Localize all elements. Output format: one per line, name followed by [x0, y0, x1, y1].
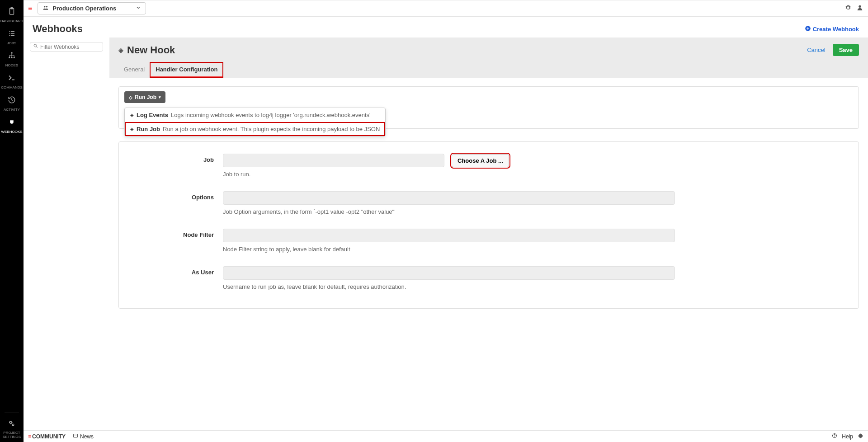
sidebar-label: WEBHOOKS [1, 130, 22, 134]
project-name: Production Operations [52, 5, 116, 12]
bullet-icon: ◈ [130, 127, 134, 132]
dropdown-item-label: Run Job [137, 126, 160, 132]
sidebar-label: DASHBOARD [0, 19, 24, 23]
topbar: ≡ Production Operations [24, 0, 868, 17]
detail-title-text: New Hook [127, 44, 175, 56]
dropdown-item-label: Log Events [137, 112, 168, 118]
user-icon[interactable] [856, 4, 863, 13]
choose-job-button[interactable]: Choose A Job ... [452, 154, 509, 167]
plus-circle-icon [805, 25, 811, 33]
sidebar-item-nodes[interactable]: NODES [0, 48, 24, 70]
field-help: Node Filter string to apply, leave blank… [223, 246, 675, 253]
svg-line-20 [37, 47, 38, 48]
footer-community-label: COMMUNITY [32, 433, 66, 440]
field-label: Options [132, 191, 214, 215]
field-help: Job to run. [223, 171, 675, 178]
bullet-icon: ◈ [130, 113, 134, 118]
handler-type-label: Run Job [135, 94, 156, 100]
sidebar-item-dashboard[interactable]: DASHBOARD [0, 4, 24, 26]
job-input[interactable] [223, 154, 444, 167]
as-user-input[interactable] [223, 266, 675, 280]
history-icon [8, 96, 16, 106]
dropdown-item-run-job[interactable]: ◈ Run Job Run a job on webhook event. Th… [125, 122, 385, 136]
settings-gear-icon[interactable] [844, 4, 852, 13]
sidebar-item-webhooks[interactable]: WEBHOOKS [0, 114, 24, 136]
caret-down-icon: ▾ [159, 95, 161, 99]
bullet-icon: ◈ [118, 47, 123, 54]
filter-webhooks-wrap[interactable] [30, 42, 103, 52]
dropdown-item-log-events[interactable]: ◈ Log Events Logs incoming webhook event… [125, 108, 385, 122]
field-help: Job Option arguments, in the form `-opt1… [223, 208, 675, 215]
create-webhook-label: Create Webhook [813, 26, 859, 33]
fields-card: Job Choose A Job ... Job to run. Options [118, 141, 859, 309]
svg-point-14 [12, 424, 14, 426]
newspaper-icon [73, 433, 78, 440]
handler-dropdown: ◈ Log Events Logs incoming webhook event… [124, 108, 386, 136]
svg-point-16 [46, 6, 48, 7]
field-help: Username to run job as, leave blank for … [223, 283, 675, 290]
sidebar-item-activity[interactable]: ACTIVITY [0, 92, 24, 114]
chevron-down-icon [136, 5, 141, 12]
cancel-link[interactable]: Cancel [807, 47, 825, 53]
create-webhook-link[interactable]: Create Webhook [805, 25, 859, 33]
search-icon [33, 43, 38, 50]
svg-rect-8 [11, 52, 13, 54]
field-label: As User [132, 266, 214, 290]
sidebar-label: NODES [5, 63, 18, 67]
terminal-icon [8, 74, 16, 84]
group-icon [42, 5, 49, 12]
plug-icon [8, 118, 16, 128]
webhook-list-pane [24, 38, 109, 430]
sidebar-label: COMMANDS [1, 85, 23, 89]
svg-rect-10 [11, 57, 13, 58]
sidebar-item-jobs[interactable]: JOBS [0, 26, 24, 48]
detail-title: ◈ New Hook [118, 44, 175, 56]
tab-handler-configuration[interactable]: Handler Configuration [150, 62, 223, 78]
sidebar-item-project-settings[interactable]: PROJECT SETTINGS [0, 416, 24, 442]
left-sidebar: DASHBOARD JOBS NODES COMMANDS ACTIVITY [0, 0, 24, 442]
bullet-icon: ◇ [129, 95, 132, 100]
svg-rect-11 [14, 57, 15, 58]
help-icon [832, 433, 837, 440]
page-title: Webhooks [33, 23, 83, 35]
dropdown-item-desc: Run a job on webhook event. This plugin … [163, 126, 380, 132]
field-label: Node Filter [132, 229, 214, 253]
tab-general[interactable]: General [118, 62, 150, 78]
logo-icon: ≡ [28, 5, 31, 13]
field-node-filter: Node Filter Node Filter string to apply,… [132, 229, 845, 253]
gear-icon[interactable] [858, 433, 863, 440]
footer-news-label: News [80, 433, 94, 440]
field-options: Options Job Option arguments, in the for… [132, 191, 845, 215]
sidebar-label: PROJECT SETTINGS [3, 431, 21, 439]
footer-help-label[interactable]: Help [842, 433, 853, 440]
list-icon [8, 29, 16, 40]
form-area: ◇ Run Job ▾ ◈ Log Events Logs incoming w… [109, 78, 868, 317]
svg-point-15 [44, 6, 46, 7]
divider [30, 332, 84, 332]
filter-webhooks-input[interactable] [40, 44, 108, 50]
svg-point-17 [859, 5, 861, 7]
svg-rect-9 [9, 57, 10, 58]
sitemap-icon [8, 52, 16, 62]
sidebar-item-commands[interactable]: COMMANDS [0, 70, 24, 92]
handler-picker-card: ◇ Run Job ▾ ◈ Log Events Logs incoming w… [118, 86, 859, 129]
footer: ≡ COMMUNITY News Help [24, 430, 868, 442]
dropdown-item-desc: Logs incoming webhook events to log4j lo… [171, 112, 370, 118]
node-filter-input[interactable] [223, 229, 675, 242]
sidebar-label: JOBS [7, 41, 17, 45]
logo-icon: ≡ [28, 433, 30, 440]
footer-news[interactable]: News [73, 433, 94, 440]
svg-point-25 [835, 437, 835, 437]
options-input[interactable] [223, 191, 675, 205]
detail-header: ◈ New Hook Cancel Save General Handler C… [109, 38, 868, 78]
gears-icon [8, 419, 16, 430]
project-selector[interactable]: Production Operations [38, 2, 146, 14]
field-job: Job Choose A Job ... Job to run. [132, 154, 845, 178]
handler-type-button[interactable]: ◇ Run Job ▾ [124, 91, 165, 103]
footer-community[interactable]: COMMUNITY [32, 433, 66, 440]
sidebar-label: ACTIVITY [4, 108, 20, 112]
save-button[interactable]: Save [833, 44, 859, 56]
svg-point-19 [34, 44, 37, 47]
field-as-user: As User Username to run job as, leave bl… [132, 266, 845, 290]
page-header: Webhooks Create Webhook [24, 17, 868, 38]
